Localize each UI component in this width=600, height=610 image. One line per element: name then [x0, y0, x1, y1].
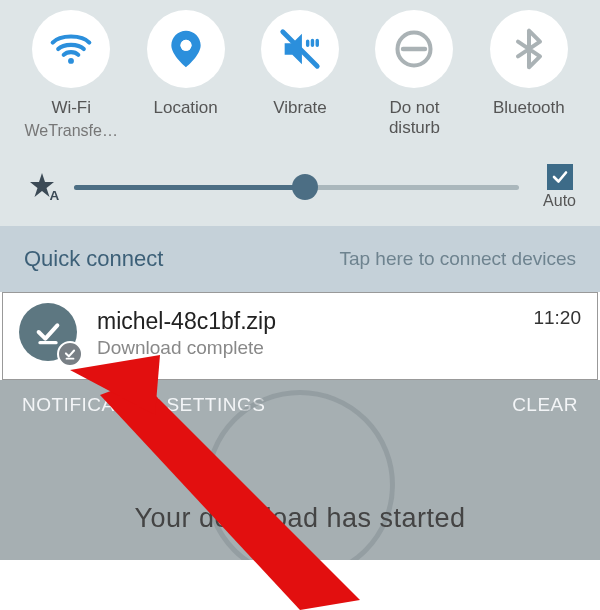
notification-area: michel-48c1bf.zip Download complete 11:2… — [0, 292, 600, 380]
notification-title: michel-48c1bf.zip — [97, 308, 515, 335]
dnd-icon — [375, 10, 453, 88]
notification-text: michel-48c1bf.zip Download complete — [97, 308, 515, 359]
location-label: Location — [153, 98, 217, 118]
location-toggle[interactable]: Location — [132, 10, 238, 140]
background-status-text: Your download has started — [0, 503, 600, 534]
auto-brightness-icon: A — [24, 167, 60, 207]
brightness-row: A Auto — [10, 140, 590, 210]
dnd-label: Do not disturb — [389, 98, 440, 139]
bluetooth-toggle[interactable]: Bluetooth — [476, 10, 582, 140]
wifi-toggle[interactable]: Wi-Fi WeTransfe… — [18, 10, 124, 140]
vibrate-toggle[interactable]: Vibrate — [247, 10, 353, 140]
wifi-sublabel: WeTransfe… — [25, 122, 118, 140]
svg-text:A: A — [50, 188, 60, 203]
wifi-label: Wi-Fi — [51, 98, 91, 118]
dnd-toggle[interactable]: Do not disturb — [361, 10, 467, 140]
quick-connect-hint: Tap here to connect devices — [339, 248, 576, 270]
notification-card[interactable]: michel-48c1bf.zip Download complete 11:2… — [2, 292, 598, 380]
bluetooth-label: Bluetooth — [493, 98, 565, 118]
clear-button[interactable]: CLEAR — [512, 394, 578, 416]
wifi-icon — [32, 10, 110, 88]
auto-brightness-checkbox[interactable] — [547, 164, 573, 190]
svg-point-1 — [180, 40, 191, 51]
quick-settings-panel: Wi-Fi WeTransfe… Location Vibrate — [0, 0, 600, 226]
quick-connect-title: Quick connect — [24, 246, 163, 272]
notification-subtitle: Download complete — [97, 337, 515, 359]
download-badge-icon — [57, 341, 83, 367]
vibrate-icon — [261, 10, 339, 88]
quick-connect-bar[interactable]: Quick connect Tap here to connect device… — [0, 226, 600, 292]
slider-fill — [74, 185, 305, 190]
panel-footer-area: NOTIFICATION SETTINGS CLEAR Your downloa… — [0, 380, 600, 560]
vibrate-label: Vibrate — [273, 98, 327, 118]
bluetooth-icon — [490, 10, 568, 88]
brightness-slider[interactable] — [74, 172, 519, 202]
notification-icon-wrap — [19, 303, 79, 363]
toggle-row: Wi-Fi WeTransfe… Location Vibrate — [10, 10, 590, 140]
auto-brightness-label: Auto — [543, 192, 576, 210]
notification-time: 11:20 — [533, 307, 581, 329]
slider-thumb[interactable] — [292, 174, 318, 200]
notification-settings-button[interactable]: NOTIFICATION SETTINGS — [22, 394, 265, 416]
svg-point-0 — [68, 58, 74, 64]
location-icon — [147, 10, 225, 88]
